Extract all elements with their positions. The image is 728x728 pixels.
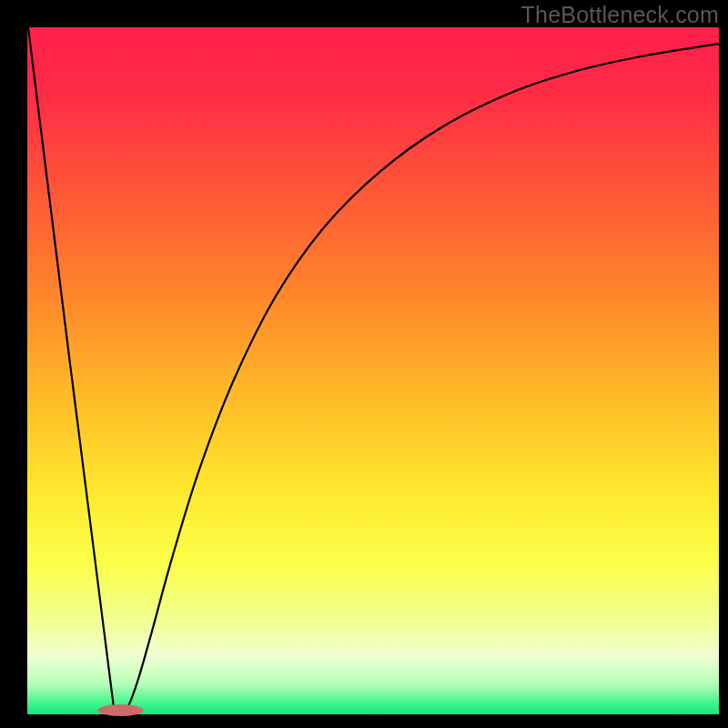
gradient-background (27, 27, 719, 714)
bottleneck-chart (0, 0, 728, 728)
optimum-marker (98, 704, 144, 716)
watermark-text: TheBottleneck.com (521, 2, 719, 28)
chart-frame: TheBottleneck.com (0, 0, 728, 728)
